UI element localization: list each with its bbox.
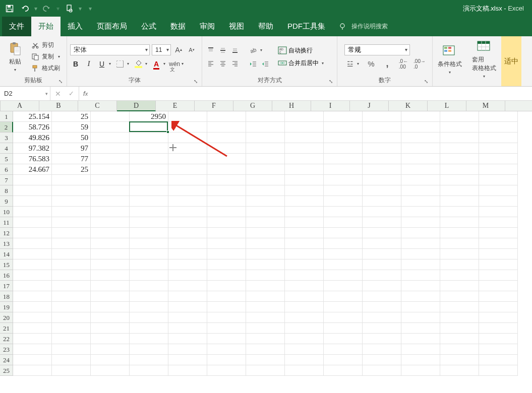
cell[interactable] (479, 196, 518, 207)
cell[interactable] (168, 143, 207, 154)
cell[interactable] (285, 312, 324, 323)
cell[interactable] (324, 154, 363, 164)
cell[interactable] (479, 334, 518, 344)
cell[interactable] (52, 259, 91, 270)
cell[interactable] (285, 228, 324, 238)
cell[interactable]: 49.826 (13, 133, 52, 143)
cell[interactable] (130, 323, 168, 334)
cell[interactable] (285, 281, 324, 291)
cell-style-neutral[interactable]: 适中 (501, 36, 521, 86)
cell[interactable] (479, 143, 518, 154)
cell[interactable] (207, 302, 246, 312)
row-header[interactable]: 14 (0, 249, 13, 259)
cell[interactable] (52, 281, 91, 291)
row-header[interactable]: 3 (0, 133, 13, 143)
cell[interactable] (324, 228, 363, 238)
paste-button[interactable]: 粘贴 ▾ (6, 40, 24, 74)
column-header[interactable]: B (39, 101, 78, 111)
cell[interactable] (479, 249, 518, 259)
cell[interactable] (91, 344, 130, 355)
cell[interactable] (52, 334, 91, 344)
cell[interactable] (363, 111, 401, 122)
cell[interactable] (401, 323, 440, 334)
tab-insert[interactable]: 插入 (61, 17, 90, 36)
cell[interactable] (13, 291, 52, 302)
cell[interactable] (207, 270, 246, 281)
cell[interactable] (363, 238, 401, 249)
table-format-button[interactable]: 套用 表格格式 ▾ (470, 38, 498, 80)
cell[interactable] (168, 175, 207, 185)
cell[interactable] (130, 154, 168, 164)
cell[interactable]: 97 (52, 143, 91, 154)
cell[interactable] (246, 133, 285, 143)
font-name-select[interactable]: 宋体 ▾ (70, 44, 150, 55)
cell[interactable] (246, 164, 285, 175)
cell[interactable] (168, 259, 207, 270)
cell[interactable] (246, 217, 285, 228)
cell[interactable] (207, 164, 246, 175)
comma-button[interactable]: , (382, 58, 393, 70)
cell[interactable] (363, 334, 401, 344)
cell[interactable] (246, 196, 285, 207)
cell[interactable] (207, 196, 246, 207)
cell[interactable] (207, 249, 246, 259)
cut-button[interactable]: 剪切 (29, 40, 64, 50)
cell[interactable] (440, 164, 479, 175)
align-left-button[interactable] (205, 58, 216, 69)
cell[interactable] (401, 228, 440, 238)
cell[interactable] (207, 122, 246, 133)
cell[interactable] (324, 133, 363, 143)
tab-help[interactable]: 帮助 (251, 17, 280, 36)
cell[interactable] (52, 249, 91, 259)
cell[interactable] (285, 344, 324, 355)
cell[interactable] (52, 312, 91, 323)
row-header[interactable]: 6 (0, 164, 13, 175)
cell[interactable] (285, 270, 324, 281)
cell[interactable] (207, 355, 246, 365)
cell[interactable] (52, 270, 91, 281)
cell[interactable] (130, 270, 168, 281)
cell[interactable] (207, 281, 246, 291)
cell[interactable] (401, 270, 440, 281)
cell[interactable] (207, 154, 246, 164)
cell[interactable] (324, 217, 363, 228)
cell[interactable] (363, 323, 401, 334)
row-header[interactable]: 8 (0, 185, 13, 196)
cell[interactable]: 97.382 (13, 143, 52, 154)
cell[interactable] (207, 291, 246, 302)
cell[interactable]: 50 (52, 133, 91, 143)
row-header[interactable]: 1 (0, 111, 13, 122)
column-header[interactable]: D (117, 101, 156, 111)
cell[interactable] (401, 207, 440, 217)
cell[interactable] (440, 312, 479, 323)
cell[interactable] (246, 259, 285, 270)
cell[interactable] (246, 249, 285, 259)
tab-page-layout[interactable]: 页面布局 (90, 17, 134, 36)
cell[interactable] (440, 302, 479, 312)
cell[interactable] (324, 207, 363, 217)
cell[interactable] (168, 323, 207, 334)
cell[interactable]: 25 (52, 111, 91, 122)
cell[interactable] (324, 312, 363, 323)
cell[interactable] (91, 122, 130, 133)
cell[interactable] (168, 281, 207, 291)
cell[interactable] (440, 344, 479, 355)
dialog-launcher-icon[interactable]: ⤡ (193, 79, 199, 85)
dec-decimal-button[interactable]: .00→.0 (414, 58, 425, 70)
cell[interactable] (246, 281, 285, 291)
accounting-format-button[interactable]: ☳ ▾ (344, 58, 361, 70)
cell[interactable] (363, 291, 401, 302)
cell[interactable] (52, 238, 91, 249)
row-header[interactable]: 16 (0, 270, 13, 281)
cell[interactable] (52, 185, 91, 196)
italic-button[interactable]: I (83, 58, 94, 70)
cell[interactable] (324, 249, 363, 259)
cell[interactable] (285, 259, 324, 270)
cell[interactable] (130, 281, 168, 291)
dialog-launcher-icon[interactable]: ⤡ (328, 79, 334, 85)
cell[interactable] (207, 323, 246, 334)
cell[interactable] (168, 344, 207, 355)
cell[interactable] (168, 164, 207, 175)
cell[interactable] (479, 133, 518, 143)
cell[interactable] (324, 122, 363, 133)
